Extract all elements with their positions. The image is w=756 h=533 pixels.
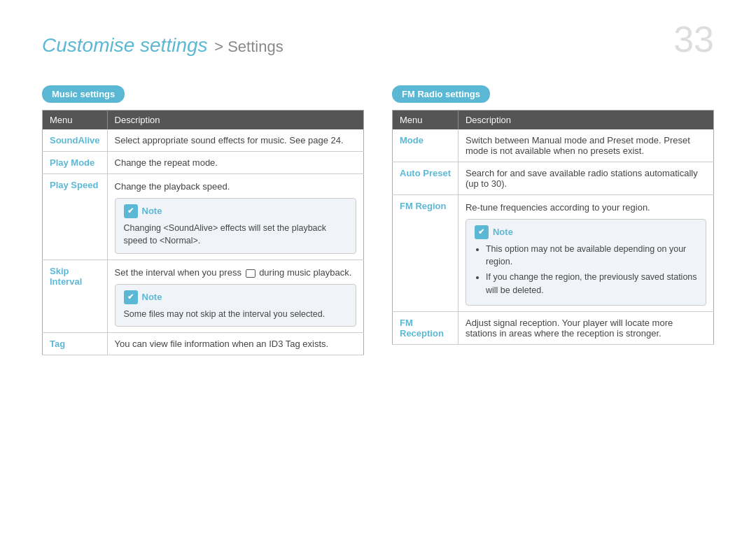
menu-description: Adjust signal reception. Your player wil… xyxy=(458,311,713,344)
note-icon: ✔ xyxy=(475,225,489,239)
menu-description: Select appropriate sound effects for mus… xyxy=(107,129,363,152)
music-settings-column: Music settings Menu Description SoundAli… xyxy=(42,85,364,355)
table-row: Play Speed Change the playback speed. ✔ … xyxy=(43,174,364,260)
page-number: 33 xyxy=(673,21,714,57)
music-col-description: Description xyxy=(107,111,363,130)
fm-settings-column: FM Radio settings Menu Description Mode … xyxy=(392,85,714,355)
table-row: SkipInterval Set the interval when you p… xyxy=(43,260,364,333)
music-col-menu: Menu xyxy=(43,111,108,130)
menu-label: Play Speed xyxy=(43,174,108,260)
note-header: ✔ Note xyxy=(124,204,347,218)
menu-description: Change the repeat mode. xyxy=(107,152,363,174)
note-label: Note xyxy=(493,227,513,237)
note-box: ✔ Note This option may not be available … xyxy=(465,219,706,306)
note-icon: ✔ xyxy=(124,204,138,218)
menu-description: Re-tune frequencies according to your re… xyxy=(458,195,713,312)
content-columns: Music settings Menu Description SoundAli… xyxy=(42,85,714,355)
fm-col-description: Description xyxy=(458,111,713,130)
skip-button-icon xyxy=(246,269,255,278)
fm-table-header-row: Menu Description xyxy=(393,111,714,130)
fm-settings-table: Menu Description Mode Switch between Man… xyxy=(392,110,714,345)
note-label: Note xyxy=(142,292,162,302)
menu-label: Auto Preset xyxy=(393,162,458,195)
note-label: Note xyxy=(142,206,162,216)
note-header: ✔ Note xyxy=(124,290,347,304)
menu-description: Search for and save available radio stat… xyxy=(458,162,713,195)
menu-label: FM Region xyxy=(393,195,458,312)
page-header: Customise settings > Settings 33 xyxy=(42,21,714,57)
fm-col-menu: Menu xyxy=(393,111,458,130)
table-row: Tag You can view file information when a… xyxy=(43,333,364,355)
desc-text: Change the playback speed. xyxy=(115,180,356,194)
note-bullet: If you change the region, the previously… xyxy=(486,271,697,297)
header-title-main: Customise settings xyxy=(42,34,208,56)
table-row: FMReception Adjust signal reception. You… xyxy=(393,311,714,344)
music-settings-badge: Music settings xyxy=(42,85,125,103)
menu-label: FMReception xyxy=(393,311,458,344)
music-table-header-row: Menu Description xyxy=(43,111,364,130)
fm-settings-badge: FM Radio settings xyxy=(392,85,490,103)
table-row: Mode Switch between Manual mode and Pres… xyxy=(393,129,714,162)
menu-label: Tag xyxy=(43,333,108,355)
menu-description: Set the interval when you press during m… xyxy=(107,260,363,333)
note-text: Some files may not skip at the interval … xyxy=(124,308,347,321)
menu-label: Play Mode xyxy=(43,152,108,174)
desc-text: Re-tune frequencies according to your re… xyxy=(465,201,706,215)
table-row: SoundAlive Select appropriate sound effe… xyxy=(43,129,364,152)
table-row: Play Mode Change the repeat mode. xyxy=(43,152,364,174)
menu-label: Mode xyxy=(393,129,458,162)
note-box: ✔ Note Some files may not skip at the in… xyxy=(115,284,356,327)
table-row: Auto Preset Search for and save availabl… xyxy=(393,162,714,195)
desc-text: Set the interval when you press during m… xyxy=(115,266,356,280)
note-icon: ✔ xyxy=(124,290,138,304)
menu-description: Change the playback speed. ✔ Note Changi… xyxy=(107,174,363,260)
header-titles: Customise settings > Settings xyxy=(42,34,284,57)
note-text: Changing <SoundAlive> effects will set t… xyxy=(124,222,347,248)
menu-label: SkipInterval xyxy=(43,260,108,333)
note-text: This option may not be available dependi… xyxy=(475,243,697,297)
menu-description: You can view file information when an ID… xyxy=(107,333,363,355)
note-bullet: This option may not be available dependi… xyxy=(486,243,697,269)
desc-text: Select appropriate sound effects for mus… xyxy=(115,135,344,145)
menu-label: SoundAlive xyxy=(43,129,108,152)
page: Customise settings > Settings 33 Music s… xyxy=(0,0,756,533)
note-header: ✔ Note xyxy=(475,225,697,239)
menu-description: Switch between Manual mode and Preset mo… xyxy=(458,129,713,162)
table-row: FM Region Re-tune frequencies according … xyxy=(393,195,714,312)
header-title-sub: > Settings xyxy=(214,38,283,55)
music-settings-table: Menu Description SoundAlive Select appro… xyxy=(42,110,364,355)
note-box: ✔ Note Changing <SoundAlive> effects wil… xyxy=(115,198,356,255)
